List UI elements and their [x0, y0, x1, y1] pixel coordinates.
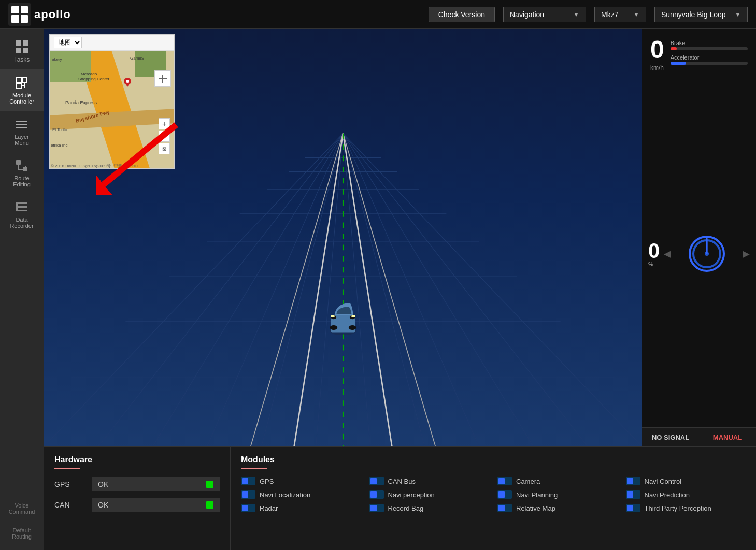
- module-toggle[interactable]: [626, 477, 640, 485]
- vehicle-dropdown-arrow: ▼: [633, 11, 639, 18]
- module-item[interactable]: Radar: [241, 504, 361, 512]
- module-label: GPS: [260, 477, 274, 485]
- sidebar-route-label: Route Editing: [13, 175, 31, 187]
- module-item[interactable]: Navi Prediction: [626, 490, 746, 499]
- module-toggle-inner: [242, 478, 248, 484]
- hw-gps-status-text: OK: [98, 480, 108, 488]
- speed-value: 0: [650, 37, 664, 62]
- route-dropdown[interactable]: Sunnyvale Big Loop ▼: [654, 7, 748, 22]
- module-toggle[interactable]: [497, 490, 512, 499]
- svg-rect-19: [16, 210, 27, 211]
- svg-line-41: [343, 134, 642, 447]
- hardware-row-can: CAN OK: [54, 498, 220, 512]
- sidebar-item-tasks[interactable]: Tasks: [0, 33, 44, 69]
- map-nav[interactable]: [154, 70, 171, 87]
- module-item[interactable]: Navi Localization: [241, 490, 361, 499]
- module-toggle[interactable]: [369, 477, 384, 485]
- module-toggle-inner: [627, 505, 633, 511]
- steering-value: 0: [648, 240, 660, 261]
- module-item[interactable]: Camera: [497, 477, 618, 485]
- mini-map-header: 地图 卫星: [50, 35, 174, 51]
- car-3d: [322, 289, 364, 343]
- module-toggle[interactable]: [497, 504, 512, 512]
- svg-rect-18: [16, 206, 27, 208]
- module-toggle[interactable]: [241, 504, 255, 512]
- modules-title: Modules: [241, 455, 746, 465]
- sidebar-item-voice-command[interactable]: Voice Command: [0, 496, 44, 521]
- svg-rect-1: [23, 40, 28, 46]
- module-toggle-inner: [370, 505, 377, 511]
- module-toggle[interactable]: [626, 490, 640, 499]
- module-toggle[interactable]: [241, 490, 255, 499]
- hw-can-label: CAN: [54, 501, 85, 509]
- hardware-title: Hardware: [54, 455, 220, 465]
- sidebar-item-route-editing[interactable]: Route Editing: [0, 152, 44, 194]
- bottom-section: Hardware GPS OK CAN OK: [44, 446, 756, 550]
- module-toggle[interactable]: [626, 504, 640, 512]
- module-label: Navi Prediction: [645, 491, 690, 499]
- brake-fill: [671, 47, 677, 50]
- manual-button[interactable]: MANUAL: [699, 428, 756, 446]
- zoom-fit-button[interactable]: ⊠: [159, 143, 170, 154]
- accel-track: [671, 62, 748, 65]
- steering-panel: 0 % ◀ ▶: [642, 80, 756, 428]
- module-item[interactable]: Record Bag: [369, 504, 490, 512]
- svg-rect-2: [16, 48, 21, 53]
- svg-point-49: [126, 80, 129, 83]
- svg-marker-48: [125, 83, 130, 87]
- route-label: Sunnyvale Big Loop: [661, 10, 726, 19]
- mode-label: Navigation: [510, 10, 544, 19]
- zoom-out-button[interactable]: −: [159, 131, 170, 142]
- module-toggle-inner: [242, 491, 248, 498]
- mini-map-type-select[interactable]: 地图 卫星: [54, 37, 82, 48]
- svg-rect-60: [331, 315, 334, 317]
- hw-gps-status: OK: [92, 477, 220, 491]
- module-label: Navi Planning: [516, 491, 558, 499]
- module-item[interactable]: Navi perception: [369, 490, 490, 499]
- mode-dropdown-arrow: ▼: [573, 11, 579, 18]
- top-section: 地图 卫星 ake: [44, 29, 756, 446]
- mode-dropdown[interactable]: Navigation ▼: [503, 7, 586, 22]
- sidebar-item-layer-menu[interactable]: Layer Menu: [0, 111, 44, 152]
- sidebar: Tasks Module Controller Layer Menu: [0, 29, 44, 550]
- vehicle-dropdown[interactable]: Mkz7 ▼: [594, 7, 646, 22]
- module-item[interactable]: Third Party Perception: [626, 504, 746, 512]
- mini-map[interactable]: 地图 卫星 ake: [49, 34, 175, 169]
- module-item[interactable]: Relative Map: [497, 504, 618, 512]
- speed-unit: km/h: [650, 64, 664, 71]
- module-toggle[interactable]: [369, 490, 384, 499]
- route-dropdown-arrow: ▼: [735, 11, 741, 18]
- hardware-panel: Hardware GPS OK CAN OK: [44, 447, 231, 550]
- module-toggle[interactable]: [497, 477, 512, 485]
- speed-display: 0 km/h: [650, 37, 664, 71]
- module-item[interactable]: GPS: [241, 477, 361, 485]
- svg-rect-20: [16, 202, 18, 211]
- module-item[interactable]: Navi Planning: [497, 490, 618, 499]
- svg-line-31: [98, 134, 343, 447]
- module-toggle-inner: [498, 478, 505, 484]
- sidebar-item-data-recorder[interactable]: Data Recorder: [0, 194, 44, 235]
- sidebar-data-label: Data Recorder: [10, 216, 33, 229]
- steering-right-button[interactable]: ▶: [743, 248, 750, 259]
- module-item[interactable]: CAN Bus: [369, 477, 490, 485]
- accelerator-label: Accelerator: [671, 54, 748, 61]
- layers-icon: [15, 117, 29, 132]
- module-toggle[interactable]: [369, 504, 384, 512]
- steering-wheel: [689, 236, 725, 272]
- svg-rect-61: [351, 315, 355, 317]
- map-copyright: © 2018 Baidu · GS(2016)2089号 · 甲测资字110: [51, 163, 138, 169]
- no-signal-button[interactable]: NO SIGNAL: [642, 428, 699, 446]
- zoom-in-button[interactable]: +: [159, 118, 170, 129]
- svg-line-30: [44, 134, 343, 447]
- module-label: Camera: [516, 477, 540, 485]
- module-label: Radar: [260, 504, 278, 512]
- module-item[interactable]: Navi Control: [626, 477, 746, 485]
- module-toggle[interactable]: [241, 477, 255, 485]
- check-version-button[interactable]: Check Version: [429, 7, 495, 22]
- logo: apollo: [8, 3, 71, 26]
- svg-line-39: [343, 134, 533, 447]
- steering-left-button[interactable]: ◀: [664, 248, 671, 259]
- sidebar-item-default-routing[interactable]: Default Routing: [0, 521, 44, 546]
- sidebar-item-module-controller[interactable]: Module Controller: [0, 69, 44, 111]
- module-toggle-inner: [370, 491, 377, 498]
